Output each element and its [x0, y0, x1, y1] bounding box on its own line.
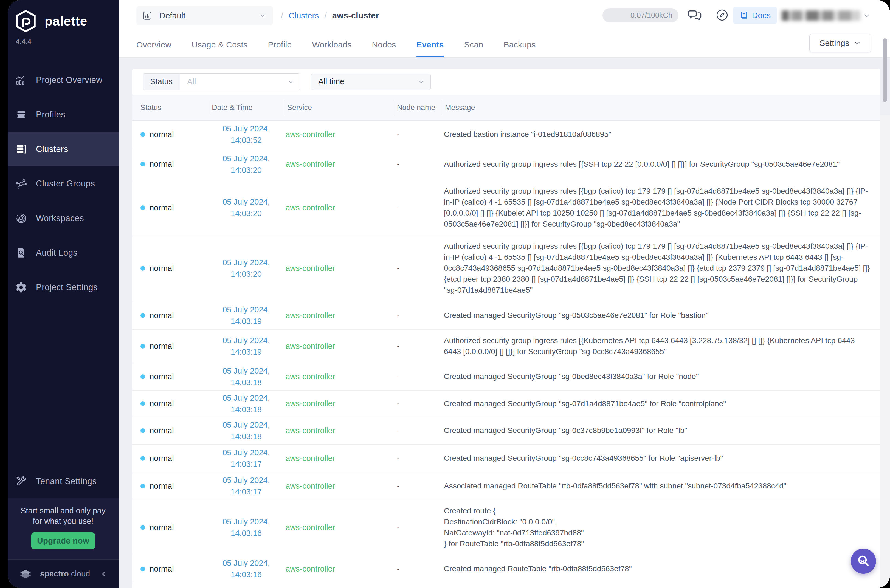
sidebar-item-profiles[interactable]: Profiles	[8, 98, 119, 132]
status-dot-icon	[141, 132, 145, 137]
tab-workloads[interactable]: Workloads	[312, 32, 352, 57]
network-icon	[15, 178, 27, 190]
event-service: aws-controller	[284, 390, 394, 417]
status-dot-icon	[141, 401, 145, 406]
event-row[interactable]: normal05 July 2024,14:03:17aws-controlle…	[132, 472, 880, 500]
header: Default / Clusters / aws-cluster 0.07/10…	[119, 0, 890, 58]
event-service: aws-controller	[284, 330, 394, 363]
column-header-nodename: Node name	[394, 95, 442, 120]
event-service: aws-controller	[284, 445, 394, 472]
event-status: normal	[132, 390, 209, 417]
event-row[interactable]: normal05 July 2024,14:03:52aws-controlle…	[132, 121, 880, 148]
event-service: aws-controller	[284, 583, 394, 588]
sidebar-item-tenant-settings[interactable]: Tenant Settings	[8, 464, 119, 499]
event-datetime: 05 July 2024,14:03:18	[209, 363, 284, 390]
upgrade-now-button[interactable]: Upgrade now	[31, 532, 95, 549]
event-datetime: 05 July 2024,14:03:17	[209, 472, 284, 500]
sidebar-item-project-settings[interactable]: Project Settings	[8, 270, 119, 305]
column-header-datetime: Date & Time	[209, 95, 284, 120]
status-dot-icon	[141, 525, 145, 530]
event-status: normal	[132, 417, 209, 444]
docs-button-label: Docs	[752, 11, 771, 20]
event-datetime: 05 July 2024,14:03:19	[209, 302, 284, 329]
status-dot-icon	[141, 484, 145, 489]
event-node-name: -	[394, 148, 442, 180]
tab-profile[interactable]: Profile	[268, 32, 292, 57]
user-menu-chevron-icon[interactable]	[863, 12, 871, 20]
event-row[interactable]: normal05 July 2024,14:03:20aws-controlle…	[132, 180, 880, 235]
column-header-message: Message	[442, 95, 880, 120]
chat-icon[interactable]	[687, 8, 702, 22]
tab-overview[interactable]: Overview	[137, 32, 171, 57]
chevron-down-icon	[259, 12, 266, 20]
event-status: normal	[132, 445, 209, 472]
tab-nodes[interactable]: Nodes	[372, 32, 396, 57]
breadcrumb-link-clusters[interactable]: Clusters	[289, 11, 319, 20]
event-row[interactable]: normal05 July 2024,14:03:19aws-controlle…	[132, 330, 880, 363]
event-row[interactable]: normal05 July 2024,14:03:20aws-controlle…	[132, 235, 880, 302]
time-range-value: All time	[318, 77, 344, 86]
collapse-sidebar-icon[interactable]	[99, 569, 109, 579]
event-datetime: 05 July 2024,14:03:18	[209, 417, 284, 444]
user-menu[interactable]	[782, 10, 860, 21]
tab-usage-costs[interactable]: Usage & Costs	[192, 32, 248, 57]
scrollbar-track[interactable]	[880, 115, 890, 588]
sidebar-item-workspaces[interactable]: Workspaces	[8, 201, 119, 236]
event-row[interactable]: normal05 July 2024,14:03:16aws-controlle…	[132, 555, 880, 583]
status-filter-select[interactable]: Status All	[143, 73, 300, 90]
status-dot-icon	[141, 266, 145, 271]
chevron-down-icon	[417, 78, 425, 86]
breadcrumb-current: aws-cluster	[332, 11, 379, 21]
docs-book-icon	[739, 11, 749, 20]
event-message: Created managed SecurityGroup "sg-0c37c8…	[442, 417, 880, 444]
sidebar-item-project-overview[interactable]: Project Overview	[8, 63, 119, 98]
layers-icon	[15, 109, 27, 121]
event-message: Created managed SecurityGroup "sg-07d1a4…	[442, 390, 880, 417]
event-datetime: 05 July 2024,14:03:52	[209, 121, 284, 148]
project-selector[interactable]: Default	[137, 6, 273, 25]
event-row[interactable]: normal05 July 2024,14:03:18aws-controlle…	[132, 390, 880, 417]
event-status: normal	[132, 121, 209, 148]
event-row[interactable]: normal05 July 2024,14:03:17aws-controlle…	[132, 445, 880, 472]
upgrade-promo: Start small and only pay for what you us…	[8, 498, 119, 560]
events-card: Status All All time Status	[132, 69, 880, 588]
event-row[interactable]: normal05 July 2024,14:03:18aws-controlle…	[132, 363, 880, 390]
compass-icon[interactable]	[716, 9, 729, 22]
event-service: aws-controller	[284, 180, 394, 235]
tab-scan[interactable]: Scan	[464, 32, 483, 57]
event-message: Authorized security group ingress rules …	[442, 235, 880, 301]
event-status: normal	[132, 148, 209, 180]
settings-button[interactable]: Settings	[809, 34, 871, 52]
event-status: normal	[132, 180, 209, 235]
support-search-fab[interactable]	[851, 549, 876, 574]
app-window: palette 4.4.4 Project OverviewProfilesCl…	[8, 0, 890, 588]
time-range-select[interactable]: All time	[311, 74, 431, 90]
tools-icon	[15, 475, 27, 488]
tab-backups[interactable]: Backups	[503, 32, 536, 57]
event-datetime: 05 July 2024,14:03:14	[209, 583, 284, 588]
event-row[interactable]: normal05 July 2024,14:03:20aws-controlle…	[132, 148, 880, 180]
sidebar-item-label: Project Settings	[36, 282, 98, 292]
event-row[interactable]: normal05 July 2024,14:03:18aws-controlle…	[132, 417, 880, 445]
tab-events[interactable]: Events	[416, 32, 444, 57]
sidebar-tenant-wrap: Tenant Settings	[8, 464, 119, 499]
event-row[interactable]: normal05 July 2024,14:03:16aws-controlle…	[132, 500, 880, 555]
status-dot-icon	[141, 162, 145, 166]
event-status: normal	[132, 583, 209, 588]
event-node-name: -	[394, 180, 442, 235]
event-node-name: -	[394, 390, 442, 417]
event-status: normal	[132, 555, 209, 582]
docs-button[interactable]: Docs	[733, 7, 777, 24]
event-row[interactable]: normal05 July 2024,14:03:14aws-controlle…	[132, 583, 880, 588]
brand: palette	[15, 9, 87, 33]
sidebar-item-clusters[interactable]: Clusters	[8, 132, 119, 166]
sidebar-item-label: Profiles	[36, 110, 65, 120]
event-message: Created route { DestinationCidrBlock: "0…	[442, 500, 880, 555]
sidebar-item-cluster-groups[interactable]: Cluster Groups	[8, 166, 119, 201]
event-row[interactable]: normal05 July 2024,14:03:19aws-controlle…	[132, 302, 880, 330]
event-message: Created managed SecurityGroup "sg-0cc8c7…	[442, 445, 880, 472]
event-service: aws-controller	[284, 302, 394, 329]
footer-brand: spectro cloud	[40, 569, 99, 578]
scrollbar-thumb[interactable]	[882, 38, 887, 102]
sidebar-item-audit-logs[interactable]: Audit Logs	[8, 236, 119, 270]
